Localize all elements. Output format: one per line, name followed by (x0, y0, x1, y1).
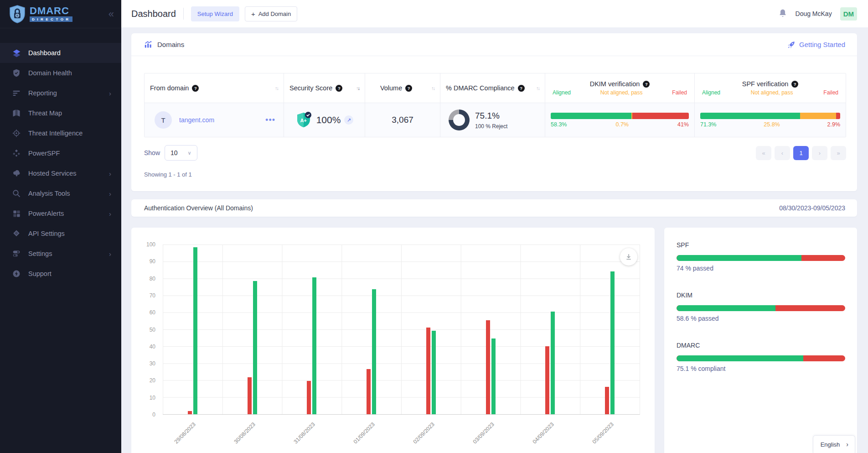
sidebar-item-analysis-tools[interactable]: Analysis Tools › (0, 183, 121, 203)
chart-download-button[interactable] (620, 248, 637, 266)
bar-passed (491, 338, 496, 414)
chart-trend-icon (144, 41, 153, 48)
sidebar-item-settings[interactable]: Settings › (0, 244, 121, 264)
sidebar-collapse-icon[interactable]: « (108, 9, 114, 19)
chart-bar-group (521, 245, 580, 414)
domain-link[interactable]: tangent.com (179, 116, 214, 124)
user-avatar[interactable]: DM (840, 7, 857, 21)
bar-passed (432, 331, 436, 414)
col-label: SPF verification (742, 80, 789, 88)
auth-overview-band: Authentication Overview (All Domains) 08… (131, 199, 857, 217)
sidebar: @ DMARC DIRECTOR « Dashboard Domain Heal… (0, 0, 121, 453)
summary-dmarc-fill (677, 355, 803, 361)
brand-subname: DIRECTOR (30, 16, 72, 22)
report-lines-icon (12, 89, 21, 98)
x-axis-label: 31/08/2023 (293, 421, 316, 445)
chevron-down-icon: ∨ (188, 150, 191, 156)
x-axis-label: 01/09/2023 (352, 421, 376, 445)
security-grade-shield-icon: A+ (295, 111, 312, 129)
sidebar-item-poweralerts[interactable]: PowerAlerts › (0, 203, 121, 224)
help-icon[interactable]: ? (643, 81, 650, 88)
header-divider (183, 8, 184, 20)
help-icon[interactable]: ? (518, 85, 525, 92)
sidebar-item-hosted-services[interactable]: Hosted Services › (0, 163, 121, 183)
help-icon[interactable]: ? (405, 85, 412, 92)
summary-dkim-bar (677, 305, 845, 311)
sidebar-item-domain-health[interactable]: Domain Health (0, 63, 121, 83)
col-from-domain: From domain? ↑↓ (145, 73, 284, 103)
help-icon[interactable]: ? (192, 85, 199, 92)
summary-dmarc-bar (677, 355, 845, 361)
pagination-next-button[interactable]: › (812, 146, 827, 160)
sidebar-item-api-settings[interactable]: API Settings (0, 224, 121, 244)
sort-icon[interactable]: ↑↓ (431, 85, 434, 91)
top-header: Dashboard Setup Wizard + Add Domain Doug… (121, 0, 868, 27)
bell-icon[interactable] (778, 9, 787, 19)
spf-sublabels: Aligned Not aligned, pass Failed (700, 89, 840, 96)
compliance-donut (449, 109, 470, 130)
pagination-page-1[interactable]: 1 (793, 146, 809, 160)
sidebar-item-threat-intelligence[interactable]: Threat Intelligence (0, 123, 121, 143)
x-axis-label: 29/08/2023 (173, 421, 197, 445)
bar-failed (545, 346, 549, 414)
sort-icon[interactable]: ↑↓ (536, 85, 539, 91)
sidebar-item-label: Dashboard (28, 49, 61, 57)
sidebar-nav: Dashboard Domain Health Reporting › Thre… (0, 28, 121, 284)
col-label: DKIM verification (590, 80, 640, 88)
pagination-last-button[interactable]: » (831, 146, 846, 160)
dkim-percent-labels: 58.3% 0.7% 41% (551, 121, 689, 128)
pagination-prev-button[interactable]: ‹ (775, 146, 790, 160)
user-name[interactable]: Doug McKay (796, 10, 832, 17)
bar-failed (248, 377, 252, 414)
app-root: @ DMARC DIRECTOR « Dashboard Domain Heal… (0, 0, 868, 453)
y-axis-tick: 50 (150, 327, 155, 333)
sublabel-not-aligned: Not aligned, pass (751, 89, 793, 96)
page-title: Dashboard (131, 9, 176, 19)
sort-icon[interactable]: ↑↓ (356, 85, 359, 91)
y-axis-tick: 0 (152, 411, 155, 418)
language-selector[interactable]: English › (813, 435, 855, 453)
sidebar-item-threat-map[interactable]: Threat Map (0, 103, 121, 123)
map-icon (12, 109, 21, 118)
more-options-icon[interactable]: ••• (265, 115, 278, 125)
toggles-icon (12, 249, 21, 258)
spf-aligned-segment (700, 113, 800, 119)
cell-security-score: A+ 100% ↗ (284, 103, 365, 137)
sidebar-item-powerspf[interactable]: PowerSPF (0, 143, 121, 163)
sidebar-item-label: Analysis Tools (28, 190, 70, 197)
sidebar-item-reporting[interactable]: Reporting › (0, 83, 121, 103)
dkim-aligned-segment (551, 113, 631, 119)
chart-y-axis: 0102030405060708090100 (136, 245, 159, 415)
lightning-icon (12, 269, 21, 278)
help-icon[interactable]: ? (336, 85, 342, 92)
sidebar-item-label: Domain Health (28, 69, 72, 77)
sidebar-item-label: Settings (28, 250, 52, 257)
plus-icon: + (251, 10, 255, 17)
sidebar-item-label: Threat Map (28, 109, 62, 117)
sidebar-item-dashboard[interactable]: Dashboard (0, 43, 121, 63)
cell-dmarc-compliance: 75.1% 100 % Reject (440, 103, 545, 137)
help-icon[interactable]: ? (791, 81, 798, 88)
add-domain-button[interactable]: + Add Domain (245, 6, 297, 21)
sidebar-item-support[interactable]: Support (0, 264, 121, 284)
compliance-text: 75.1% 100 % Reject (475, 111, 507, 130)
summary-spf-fill (677, 255, 801, 261)
sublabel-not-aligned: Not aligned, pass (600, 89, 643, 96)
bottom-row: 0102030405060708090100 29/08/202330/08/2… (131, 228, 857, 453)
x-axis-label: 03/09/2023 (471, 421, 495, 445)
pagination-first-button[interactable]: « (756, 146, 771, 160)
bar-passed (610, 271, 615, 414)
cell-volume: 3,067 (365, 103, 440, 137)
sublabel-failed: Failed (672, 89, 687, 96)
target-icon (12, 129, 21, 138)
spf-aligned-value: 71.3% (700, 121, 716, 128)
setup-wizard-button[interactable]: Setup Wizard (191, 6, 239, 21)
getting-started-link[interactable]: Getting Started (787, 41, 845, 49)
page-size-select[interactable]: 10 ∨ (165, 145, 197, 161)
spf-failed-value: 2.9% (827, 121, 841, 128)
summary-dkim-fill (677, 305, 775, 311)
external-link-icon[interactable]: ↗ (344, 115, 353, 125)
sort-icon[interactable]: ↑↓ (275, 85, 278, 91)
col-label: Volume (380, 84, 402, 92)
summary-spf: SPF 74 % passed (677, 241, 845, 272)
